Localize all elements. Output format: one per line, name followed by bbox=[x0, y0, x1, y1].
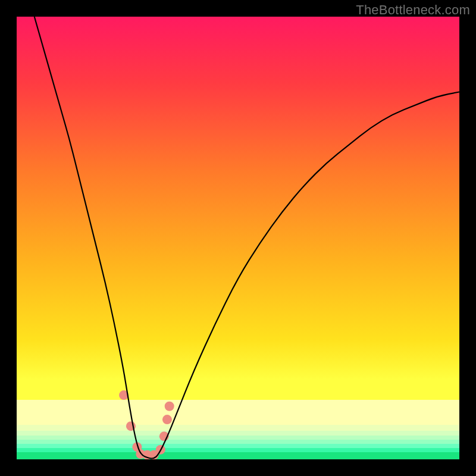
band bbox=[17, 436, 459, 440]
watermark-text: TheBottleneck.com bbox=[356, 2, 470, 18]
band bbox=[17, 431, 459, 436]
band bbox=[17, 440, 459, 444]
heat-gradient-background bbox=[17, 17, 459, 459]
band bbox=[17, 448, 459, 452]
band bbox=[17, 452, 459, 459]
band bbox=[17, 400, 459, 425]
band bbox=[17, 444, 459, 448]
green-bands bbox=[17, 400, 459, 459]
band bbox=[17, 425, 459, 431]
outer-frame: TheBottleneck.com bbox=[0, 0, 476, 476]
plot-area bbox=[17, 17, 459, 459]
